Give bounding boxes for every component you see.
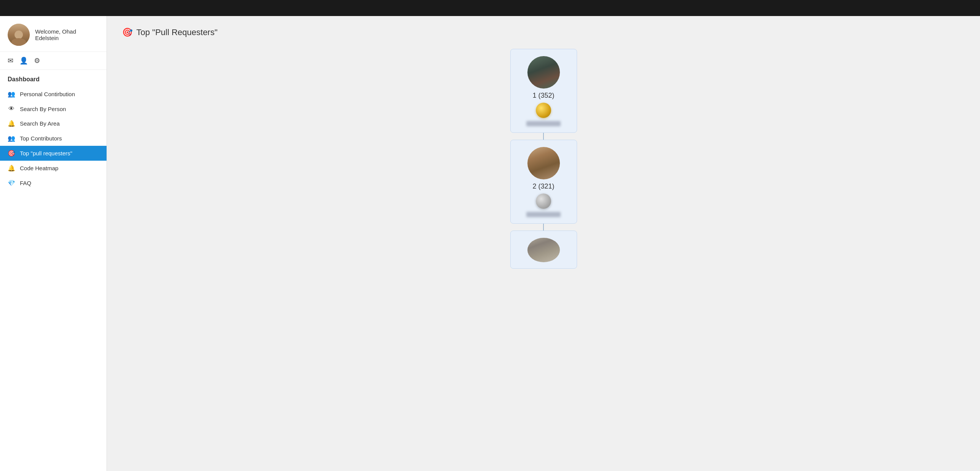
top-contributors-icon: 👥: [8, 135, 15, 142]
avatar-placeholder-2: [527, 147, 560, 179]
leader-rank-2: 2 (321): [532, 182, 554, 190]
nav-section: Dashboard 👥 Personal Contirbution 👁 Sear…: [0, 70, 107, 197]
sidebar-item-search-by-area[interactable]: 🔔 Search By Area: [0, 116, 107, 131]
user-lastname: Edelstein: [35, 35, 76, 41]
sidebar-item-label: FAQ: [20, 180, 31, 186]
top-pull-requesters-icon: 🎯: [8, 150, 15, 157]
sidebar-item-search-by-person[interactable]: 👁 Search By Person: [0, 102, 107, 116]
leader-avatar-3: [527, 238, 560, 262]
leader-card-1: 1 (352): [510, 49, 577, 133]
leader-name-2: [526, 212, 561, 217]
sidebar: Welcome, Ohad Edelstein ✉ 👤 ⚙ Dashboard …: [0, 16, 107, 471]
sidebar-item-faq[interactable]: 💎 FAQ: [0, 176, 107, 190]
sidebar-item-label: Code Heatmap: [20, 165, 58, 171]
connector-1-2: [543, 133, 544, 140]
avatar-placeholder-1: [527, 56, 560, 89]
user-icons: ✉ 👤 ⚙: [0, 52, 107, 70]
sidebar-item-label: Personal Contirbution: [20, 91, 75, 97]
mail-icon[interactable]: ✉: [8, 56, 13, 65]
settings-icon[interactable]: ⚙: [34, 56, 40, 65]
user-welcome: Welcome, Ohad: [35, 28, 76, 35]
gold-medal: [536, 103, 551, 118]
search-by-area-icon: 🔔: [8, 120, 15, 127]
top-bar: [0, 0, 980, 16]
avatar: [8, 24, 30, 46]
sidebar-item-personal-contribution[interactable]: 👥 Personal Contirbution: [0, 87, 107, 102]
leader-avatar-1: [527, 56, 560, 89]
code-heatmap-icon: 🔔: [8, 165, 15, 172]
leader-card-2: 2 (321): [510, 140, 577, 224]
silver-medal: [536, 194, 551, 209]
leader-avatar-2: [527, 147, 560, 179]
main-content: 🎯 Top "Pull Requesters" 1 (352) 2 (321): [107, 16, 980, 471]
page-icon: 🎯: [122, 27, 133, 37]
leader-rank-1: 1 (352): [532, 92, 554, 100]
sidebar-item-label: Search By Area: [20, 120, 60, 127]
leader-card-3: [510, 231, 577, 269]
avatar-face: [8, 24, 30, 46]
main-layout: Welcome, Ohad Edelstein ✉ 👤 ⚙ Dashboard …: [0, 16, 980, 471]
connector-2-3: [543, 224, 544, 231]
sidebar-item-label: Search By Person: [20, 106, 66, 112]
sidebar-item-top-contributors[interactable]: 👥 Top Contributors: [0, 131, 107, 146]
page-title-text: Top "Pull Requesters": [136, 27, 218, 37]
personal-contribution-icon: 👥: [8, 90, 15, 98]
sidebar-item-code-heatmap[interactable]: 🔔 Code Heatmap: [0, 161, 107, 176]
sidebar-item-label: Top Contributors: [20, 135, 62, 142]
leader-name-1: [526, 121, 561, 126]
person-icon[interactable]: 👤: [19, 56, 28, 65]
user-info: Welcome, Ohad Edelstein: [35, 28, 76, 41]
dashboard-title: Dashboard: [0, 76, 107, 87]
page-title: 🎯 Top "Pull Requesters": [122, 27, 965, 37]
search-by-person-icon: 👁: [8, 105, 15, 112]
leaderboard: 1 (352) 2 (321): [122, 49, 965, 269]
avatar-placeholder-3: [527, 238, 560, 262]
faq-icon: 💎: [8, 179, 15, 187]
sidebar-item-label: Top "pull requesters": [20, 150, 72, 156]
user-section: Welcome, Ohad Edelstein: [0, 16, 107, 52]
sidebar-item-top-pull-requesters[interactable]: 🎯 Top "pull requesters": [0, 146, 107, 161]
